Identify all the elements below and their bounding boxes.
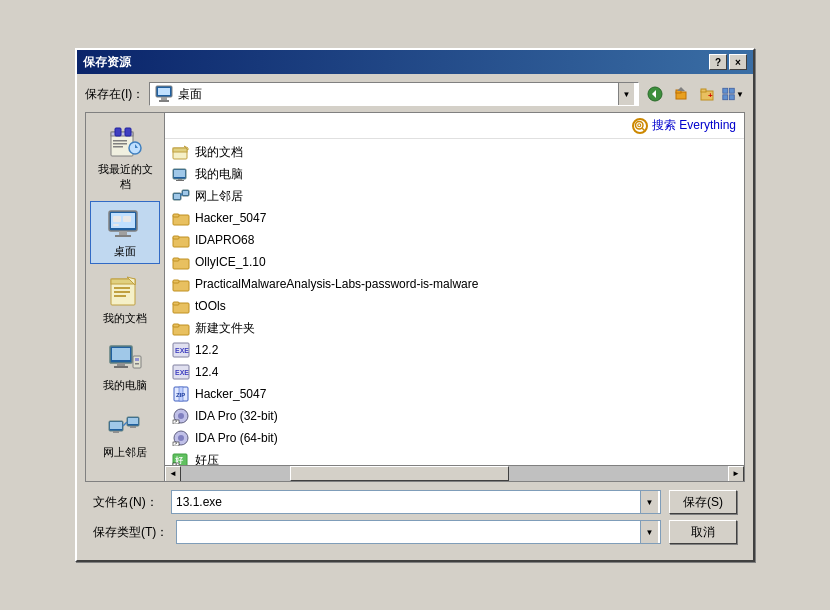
filetype-dropdown-arrow[interactable]: ▼: [640, 521, 658, 543]
sidebar-item-network[interactable]: 网上邻居: [90, 402, 160, 465]
list-item[interactable]: IDAPRO68: [167, 229, 742, 251]
file-name: 好压: [195, 452, 219, 466]
file-name: Hacker_5047: [195, 387, 266, 401]
cancel-button[interactable]: 取消: [669, 520, 737, 544]
svg-text:+: +: [708, 91, 713, 100]
file-name: 网上邻居: [195, 188, 243, 205]
list-item[interactable]: 新建文件夹: [167, 317, 742, 339]
search-everything-button[interactable]: 搜索 Everything: [632, 117, 736, 134]
svg-rect-15: [729, 95, 734, 100]
list-item[interactable]: OllyICE_1.10: [167, 251, 742, 273]
svg-text:ZIP: ZIP: [176, 392, 185, 398]
location-dropdown-arrow[interactable]: ▼: [618, 83, 634, 105]
svg-rect-41: [114, 366, 128, 368]
scrollbar-thumb[interactable]: [290, 466, 509, 481]
svg-rect-61: [176, 180, 184, 181]
file-list[interactable]: 我的文档 我的电脑: [165, 139, 744, 465]
file-icon: [171, 187, 191, 205]
list-item[interactable]: tOOls: [167, 295, 742, 317]
view-button[interactable]: ▼: [721, 82, 745, 106]
back-button[interactable]: [643, 82, 667, 106]
title-bar-buttons: ? ×: [709, 54, 747, 70]
svg-rect-28: [115, 235, 131, 237]
svg-point-87: [178, 413, 184, 419]
folder-icon: [171, 231, 191, 249]
list-item[interactable]: PracticalMalwareAnalysis-Labs-password-i…: [167, 273, 742, 295]
folder-icon: [171, 275, 191, 293]
svg-text:↗: ↗: [174, 419, 177, 424]
location-combo[interactable]: 桌面 ▼: [149, 82, 639, 106]
dialog-title: 保存资源: [83, 54, 131, 71]
sidebar-item-recent-label: 我最近的文档: [93, 162, 157, 192]
svg-rect-43: [135, 358, 139, 361]
list-item[interactable]: 我的电脑: [167, 163, 742, 185]
svg-rect-12: [723, 88, 728, 93]
svg-rect-1: [158, 88, 170, 95]
file-list-header: 搜索 Everything: [165, 113, 744, 139]
svg-rect-59: [174, 170, 185, 177]
svg-rect-3: [159, 100, 169, 102]
scrollbar-track[interactable]: [181, 466, 728, 481]
file-name: tOOls: [195, 299, 226, 313]
svg-rect-68: [173, 214, 179, 217]
svg-rect-10: [701, 89, 706, 92]
file-name: IDA Pro (64-bit): [195, 431, 278, 445]
new-folder-button[interactable]: +: [695, 82, 719, 106]
svg-rect-2: [161, 97, 167, 100]
svg-rect-35: [114, 291, 130, 293]
svg-rect-47: [113, 431, 119, 433]
file-name: 12.4: [195, 365, 218, 379]
filetype-combo[interactable]: ▼: [176, 520, 661, 544]
list-item[interactable]: EXE 12.4: [167, 361, 742, 383]
svg-point-52: [635, 121, 643, 129]
svg-rect-56: [173, 148, 187, 152]
sidebar-item-network-label: 网上邻居: [103, 445, 147, 460]
list-item[interactable]: Hacker_5047: [167, 207, 742, 229]
help-button[interactable]: ?: [709, 54, 727, 70]
sidebar-item-desktop-label: 桌面: [114, 244, 136, 259]
list-item[interactable]: 网上邻居: [167, 185, 742, 207]
folder-icon: [171, 319, 191, 337]
svg-point-53: [638, 123, 641, 126]
filetype-label: 保存类型(T)：: [93, 524, 168, 541]
filename-combo[interactable]: 13.1.exe ▼: [171, 490, 661, 514]
scroll-left-button[interactable]: ◄: [165, 466, 181, 482]
sidebar-item-recent[interactable]: 我最近的文档: [90, 119, 160, 197]
search-icon: [632, 118, 648, 134]
list-item[interactable]: EXE 12.2: [167, 339, 742, 361]
main-area: 我最近的文档 桌面: [85, 112, 745, 482]
sidebar-item-mypc[interactable]: 我的电脑: [90, 335, 160, 398]
horizontal-scrollbar[interactable]: ◄ ►: [165, 465, 744, 481]
svg-rect-70: [173, 236, 179, 239]
list-item[interactable]: ZIP Hacker_5047: [167, 383, 742, 405]
shortcut-icon: ↗: [171, 407, 191, 425]
file-name: OllyICE_1.10: [195, 255, 266, 269]
filename-dropdown-arrow[interactable]: ▼: [640, 491, 658, 513]
svg-rect-22: [113, 146, 123, 148]
file-name: PracticalMalwareAnalysis-Labs-password-i…: [195, 277, 478, 291]
scroll-right-button[interactable]: ►: [728, 466, 744, 482]
exe-icon: EXE: [171, 363, 191, 381]
svg-rect-20: [113, 140, 127, 142]
svg-rect-46: [110, 422, 122, 429]
sidebar-item-desktop[interactable]: 桌面: [90, 201, 160, 264]
toolbar-buttons: + ▼: [643, 82, 745, 106]
save-button[interactable]: 保存(S): [669, 490, 737, 514]
file-name: 我的电脑: [195, 166, 243, 183]
filename-input[interactable]: 13.1.exe: [174, 495, 640, 509]
desktop-icon: [107, 206, 143, 242]
list-item[interactable]: ↗ IDA Pro (64-bit): [167, 427, 742, 449]
close-button[interactable]: ×: [729, 54, 747, 70]
list-item[interactable]: 我的文档: [167, 141, 742, 163]
svg-rect-72: [173, 258, 179, 261]
list-item[interactable]: ↗ IDA Pro (32-bit): [167, 405, 742, 427]
svg-line-54: [642, 128, 644, 130]
svg-rect-40: [117, 363, 125, 366]
sidebar-item-mydocs-label: 我的文档: [103, 311, 147, 326]
list-item[interactable]: 好 ↗ 好压: [167, 449, 742, 465]
sidebar-item-mydocs[interactable]: 我的文档: [90, 268, 160, 331]
file-name: 我的文档: [195, 144, 243, 161]
up-button[interactable]: [669, 82, 693, 106]
filetype-row: 保存类型(T)： ▼ 取消: [93, 520, 737, 544]
sidebar: 我最近的文档 桌面: [85, 112, 165, 482]
